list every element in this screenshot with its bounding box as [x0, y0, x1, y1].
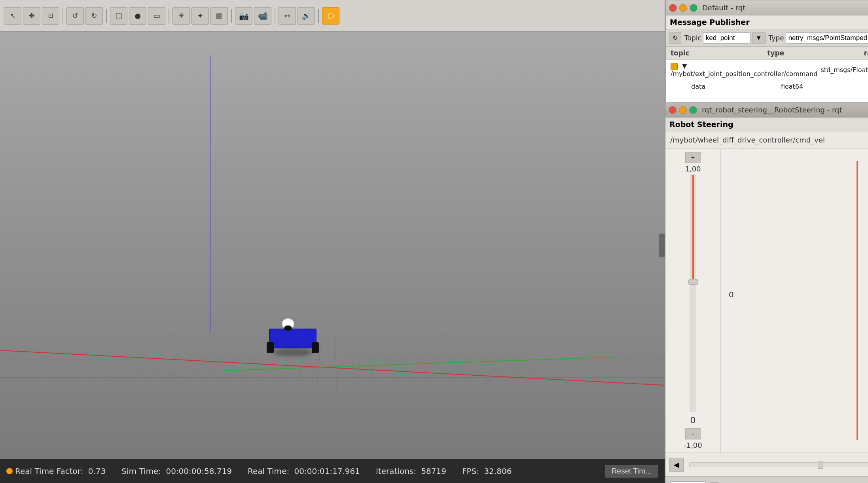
toolbar-particle-btn[interactable]: ✦	[191, 7, 209, 25]
topic-input[interactable]	[703, 32, 750, 44]
steering-close-btn[interactable]	[669, 106, 677, 114]
toolbar-orange-btn[interactable]: ⬡	[322, 7, 339, 25]
toolbar-sphere-btn[interactable]: ●	[129, 7, 146, 25]
toolbar-select-btn[interactable]: ↖	[4, 7, 21, 25]
gazebo-viewport[interactable]	[0, 32, 665, 459]
robot-steering-window: rqt_robot_steering__RobotSteering - rqt …	[665, 103, 868, 483]
orange-velocity-line	[857, 161, 858, 441]
gazebo-panel: ↖ ✥ ⊡ ↺ ↻ □ ● ▭ ☀ ✦ ▦ 📷 📹 ↔ 🔊 ⬡	[0, 0, 665, 483]
toolbar-arrows-btn[interactable]: ↔	[279, 7, 296, 25]
toolbar-sep-6	[318, 9, 319, 23]
message-publisher-window: Default - rqt Message Publisher ↻ Topic …	[665, 0, 868, 103]
vert-center-value: 0	[690, 415, 696, 425]
toolbar-sep-1	[63, 9, 63, 23]
window-close-btn[interactable]	[669, 4, 677, 12]
toolbar-record-btn[interactable]: 📹	[254, 7, 271, 25]
vert-slider-thumb[interactable]	[688, 279, 698, 285]
vert-slider-track[interactable]	[690, 175, 696, 412]
real-time-factor-value: 0.73	[88, 466, 106, 476]
toolbar-rotate-btn[interactable]: ⊡	[42, 7, 59, 25]
robot-body	[269, 329, 316, 348]
vert-slider-increment-btn[interactable]: +	[685, 152, 701, 163]
col-rate: rate	[862, 48, 868, 58]
robot-steering-panel-title: Robot Steering	[665, 118, 868, 131]
row2-topic: data	[690, 82, 779, 91]
sim-time-label: Sim Time: 00:00:00:58.719	[121, 466, 232, 476]
right-panel: Default - rqt Message Publisher ↻ Topic …	[665, 0, 868, 483]
topic-label: Topic	[684, 34, 701, 42]
toolbar-redo-btn[interactable]: ↻	[85, 7, 103, 25]
toolbar-sep-3	[169, 9, 169, 23]
toolbar-cube-btn[interactable]: □	[110, 7, 127, 25]
window-min-btn[interactable]	[679, 4, 687, 12]
vert-slider-decrement-btn[interactable]: -	[685, 428, 701, 439]
real-time-label: Real Time: 00:00:01:17.961	[248, 466, 360, 476]
center-zero-label: 0	[729, 290, 734, 299]
toolbar-audio-btn[interactable]: 🔊	[298, 7, 315, 25]
steering-main: + 1,00 0 - -1,00	[665, 149, 868, 453]
steering-canvas[interactable]: 0 0.44 m/s	[721, 149, 868, 453]
toolbar-sep-2	[106, 9, 107, 23]
topic-dropdown-btn[interactable]: ▼	[752, 32, 766, 44]
robot-steering-titlebar: rqt_robot_steering__RobotSteering - rqt	[665, 103, 868, 118]
fps-value: 32.806	[484, 466, 512, 476]
col-topic: topic	[669, 48, 766, 58]
robot-sensor-black	[284, 325, 292, 331]
type-input[interactable]	[786, 32, 868, 44]
row1-arrow: ▼	[682, 62, 687, 70]
robot-shadow	[273, 348, 313, 356]
row1-checkbox[interactable]	[671, 63, 678, 70]
toolbar-sep-4	[231, 9, 232, 23]
steering-topic-value: /mybot/wheel_diff_drive_controller/cmd_v…	[670, 136, 825, 144]
sim-time-value: 00:00:00:58.719	[166, 466, 232, 476]
reset-button[interactable]: Reset Tim...	[605, 465, 658, 477]
viewport-resize-handle[interactable]	[659, 234, 665, 257]
row2-type: float64	[779, 82, 868, 91]
msg-pub-panel-title: Message Publisher	[666, 15, 868, 29]
iterations-value: 58719	[421, 466, 446, 476]
toolbar-move-btn[interactable]: ✥	[23, 7, 40, 25]
toolbar-sep-5	[275, 9, 275, 23]
toolbar-screenshot-btn[interactable]: 📷	[235, 7, 252, 25]
horiz-slider-track[interactable]	[689, 462, 868, 467]
table-row[interactable]: ▼ /mybot/ext_joint_position_controller/c…	[666, 60, 868, 80]
vert-slider-top-value: 1,00	[685, 165, 701, 173]
vert-bottom-value: -1,00	[684, 441, 702, 449]
msg-pub-table: topic type rate expression ▼ /mybot/ext_…	[666, 47, 868, 102]
message-publisher-titlebar: Default - rqt	[666, 0, 868, 15]
toolbar-light-btn[interactable]: ☀	[172, 7, 190, 25]
refresh-btn[interactable]: ↻	[669, 32, 681, 44]
grid-floor	[0, 313, 665, 388]
robot-wheel-front-left	[267, 342, 274, 353]
toolbar-undo-btn[interactable]: ↺	[66, 7, 84, 25]
axis-y-line	[210, 55, 210, 333]
gazebo-statusbar: Real Time Factor: 0.73 Sim Time: 00:00:0…	[0, 459, 665, 483]
iterations-label: Iterations: 58719	[376, 466, 446, 476]
msg-pub-toolbar: ↻ Topic ▼ Type ▼ Freq. Hz + - ⏸	[666, 29, 868, 47]
steering-topic-bar: /mybot/wheel_diff_drive_controller/cmd_v…	[665, 131, 868, 149]
window-max-btn[interactable]	[690, 4, 697, 12]
msg-pub-table-header: topic type rate expression	[666, 47, 868, 60]
steering-max-btn[interactable]	[689, 106, 697, 114]
max-linear-input[interactable]	[670, 481, 706, 483]
type-label: Type	[769, 34, 784, 42]
vert-slider-area: + 1,00 0 - -1,00	[665, 149, 721, 453]
table-sub-row[interactable]: data float64 sin(i/50)	[666, 80, 868, 93]
pause-icon	[6, 468, 13, 474]
steering-bottom-bar: ▲ ▼ 0.0 rad/s	[665, 476, 868, 483]
row1-topic: ▼ /mybot/ext_joint_position_controller/c…	[669, 61, 819, 78]
fps-label: FPS: 32.806	[462, 466, 512, 476]
toolbar-cylinder-btn[interactable]: ▭	[148, 7, 165, 25]
horiz-slider-thumb[interactable]	[818, 461, 823, 469]
rqt-window-title: Default - rqt	[702, 4, 745, 12]
steering-min-btn[interactable]	[679, 106, 687, 114]
row1-type: std_msgs/Float64	[819, 65, 868, 74]
horiz-slider-area: ◀ 0 ▶	[665, 453, 868, 476]
robot-container	[269, 329, 316, 348]
horiz-left-btn[interactable]: ◀	[669, 458, 684, 472]
gazebo-toolbar: ↖ ✥ ⊡ ↺ ↻ □ ● ▭ ☀ ✦ ▦ 📷 📹 ↔ 🔊 ⬡	[0, 0, 665, 32]
real-time-value: 00:00:01:17.961	[294, 466, 360, 476]
toolbar-grid-btn[interactable]: ▦	[210, 7, 228, 25]
robot-wheel-front-right	[312, 342, 319, 353]
vert-slider-fill-top	[692, 175, 694, 281]
